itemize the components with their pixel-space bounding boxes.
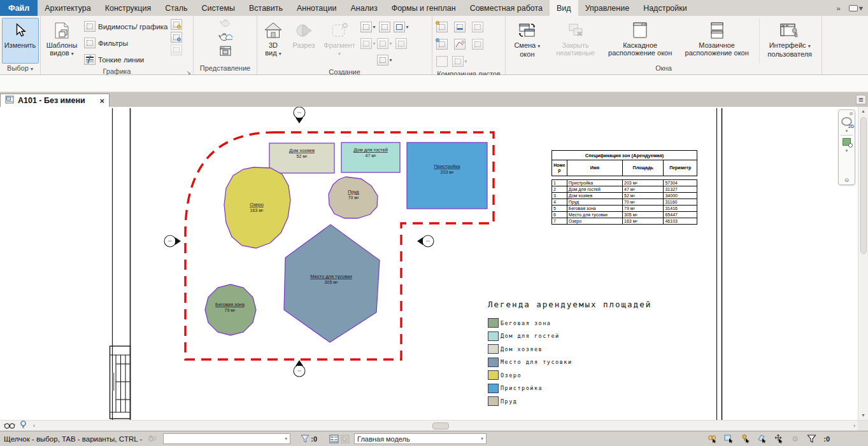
ribbon-tab-12[interactable]: Надстройки	[636, 0, 694, 16]
scroll-up-icon[interactable]: ▲	[861, 107, 865, 116]
ribbon-tab-0[interactable]: Файл	[0, 0, 38, 16]
select-by-face-icon[interactable]	[757, 434, 767, 444]
background-processes-gear-icon[interactable]: ⚙	[790, 434, 800, 444]
expand-ribbon-icon[interactable]: »	[834, 3, 844, 13]
drafting-view-button[interactable]	[377, 19, 392, 34]
ribbon-tab-8[interactable]: Формы и генплан	[385, 0, 463, 16]
legend-item-4[interactable]: Озеро	[488, 370, 650, 380]
design-options-selector[interactable]: Главная модель ▾	[354, 433, 487, 444]
revisions-button[interactable]: ▾	[452, 53, 468, 69]
scroll-right-icon[interactable]: ›	[851, 422, 858, 429]
select-links-icon[interactable]	[707, 434, 718, 444]
ribbon-display-toggle[interactable]: ▾	[849, 3, 863, 13]
wheel-dropdown-icon[interactable]: ▾	[846, 129, 848, 134]
scroll-left-icon[interactable]: ‹	[31, 422, 38, 429]
view-reference-button[interactable]	[469, 36, 486, 52]
navbar-close-icon[interactable]: ⊗	[849, 111, 853, 116]
elevation-marker-top[interactable]	[294, 107, 305, 123]
schedule-row-1[interactable]: 2Дом для гостей47 м²31327	[552, 186, 697, 193]
ribbon-tab-5[interactable]: Вставить	[242, 0, 290, 16]
cascade-windows-button[interactable]: Каскадноерасположение окон	[606, 18, 674, 64]
temporary-hide-isolate-icon[interactable]	[4, 420, 15, 431]
ribbon-tab-4[interactable]: Системы	[195, 0, 242, 16]
view-on-sheet-button[interactable]	[434, 36, 450, 52]
ribbon-tab-11[interactable]: Управление	[578, 0, 637, 16]
elevation-button[interactable]: ▾	[360, 36, 376, 51]
drag-elements-icon[interactable]	[773, 434, 784, 444]
panel-label-selection[interactable]: Выбор ▾	[0, 64, 40, 74]
ribbon-tab-7[interactable]: Анализ	[343, 0, 384, 16]
show-hidden-lines-icon[interactable]	[171, 32, 182, 43]
legend-item-2[interactable]: Дом хозяев	[488, 344, 650, 354]
schedule-row-4[interactable]: 5Беговая зона79 м²31416	[552, 206, 697, 212]
ribbon-tab-1[interactable]: Архитектура	[38, 0, 97, 16]
ribbon-tab-10[interactable]: Вид	[550, 0, 578, 16]
horizontal-scroll-thumb[interactable]	[432, 422, 449, 429]
filters-button[interactable]: Фильтры	[83, 36, 169, 50]
section-button[interactable]: Разрез	[289, 18, 318, 67]
close-inactive-button[interactable]: Закрытьнеактивные	[549, 18, 602, 64]
render-icon[interactable]	[219, 18, 232, 29]
zone-shape-pristroyka[interactable]	[407, 143, 487, 209]
view-tab-list-icon[interactable]: ≣	[856, 95, 866, 104]
elevation-marker-left[interactable]	[164, 235, 181, 247]
reveal-hidden-elements-icon[interactable]	[20, 420, 27, 431]
elevation-marker-bottom[interactable]	[294, 360, 305, 377]
drawing-canvas[interactable]: Дом хозяев52 м²Дом для гостей47 м²Пристр…	[0, 107, 868, 420]
ribbon-tab-3[interactable]: Сталь	[158, 0, 194, 16]
select-arrow-box-icon[interactable]	[339, 434, 350, 444]
plan-views-button[interactable]: ▾	[360, 19, 376, 34]
view3d-button[interactable]: 3Dвид ▾	[259, 18, 288, 67]
document-tab-a101[interactable]: A101 - Без имени ×	[0, 94, 110, 107]
legend-item-3[interactable]: Место для тусовки	[488, 358, 650, 367]
vertical-scroll-thumb[interactable]	[860, 117, 867, 254]
elevation-marker-right[interactable]	[417, 235, 434, 247]
switch-windows-button[interactable]: Смена ▾окон	[509, 18, 545, 64]
render-in-cloud-icon[interactable]	[218, 31, 232, 44]
close-tab-icon[interactable]: ×	[99, 96, 104, 106]
ribbon-tab-6[interactable]: Аннотации	[290, 0, 343, 16]
show-graphics-model-icon[interactable]	[171, 19, 182, 30]
new-sheet-button[interactable]	[434, 19, 450, 35]
callout-button[interactable]: Фрагмент▾	[320, 18, 359, 67]
matchline-button[interactable]	[452, 36, 468, 52]
modify-button[interactable]: Изменить	[2, 18, 39, 64]
schedule-row-0[interactable]: 1Пристройка203 м²57304	[552, 180, 697, 186]
selection-filter-icon[interactable]	[806, 434, 817, 444]
tile-windows-button[interactable]: Мозаичноерасположение окон	[678, 18, 755, 64]
worksets-selector[interactable]: ▾	[163, 433, 290, 444]
legends-button[interactable]: ▾	[377, 52, 392, 67]
guide-grid-button[interactable]	[434, 53, 450, 69]
visibility-graphics-button[interactable]: Видимость/ графика	[83, 19, 169, 34]
schedule-row-5[interactable]: 6Место для тусовки305 м²65447	[552, 212, 697, 218]
schedule-row-3[interactable]: 4Пруд70 м²31160	[552, 199, 697, 206]
scroll-down-icon[interactable]: ▼	[861, 411, 865, 420]
ribbon-tab-9[interactable]: Совместная работа	[463, 0, 550, 16]
properties-toggle-icon[interactable]	[329, 434, 339, 444]
legend-item-0[interactable]: Беговая зона	[488, 318, 650, 328]
scope-box-button[interactable]	[394, 36, 409, 51]
select-pinned-icon[interactable]	[740, 434, 751, 444]
worksets-icon[interactable]	[147, 434, 158, 444]
zoom-dropdown-icon[interactable]: ▾	[846, 148, 848, 153]
zoom-region-icon[interactable]	[843, 138, 851, 146]
duplicate-view-button[interactable]: ▾	[377, 36, 392, 51]
zone-schedule-table[interactable]: Спецификация зон (Арендуемая) НомерИмяПл…	[551, 150, 697, 225]
rental-areas-legend[interactable]: Легенда арендуемых площадей Беговая зона…	[488, 300, 650, 410]
navbar-minimize-icon[interactable]: ⊖	[844, 177, 850, 183]
cut-profile-icon[interactable]	[171, 45, 182, 55]
user-interface-button[interactable]: Интерфейс ▾пользователя	[759, 18, 820, 64]
title-block-button[interactable]	[452, 19, 468, 35]
vertical-scrollbar[interactable]: ▲ ▼	[858, 107, 868, 420]
legend-item-1[interactable]: Дом для гостей	[488, 331, 650, 341]
render-gallery-icon[interactable]	[220, 46, 231, 59]
editable-only-funnel-icon[interactable]	[299, 434, 310, 444]
schedule-row-6[interactable]: 7Озеро163 м²46103	[552, 218, 697, 225]
schedules-button[interactable]: ▾	[394, 19, 409, 34]
legend-item-5[interactable]: Пристройка	[488, 384, 650, 393]
legend-item-6[interactable]: Пруд	[488, 396, 650, 406]
schedule-row-2[interactable]: 3Дом хозяев52 м²34000	[552, 193, 697, 199]
steering-wheel-2d-icon[interactable]: 2D	[841, 117, 852, 126]
ribbon-tab-2[interactable]: Конструкция	[98, 0, 159, 16]
thin-lines-button[interactable]: Тонкие линии	[83, 52, 169, 67]
